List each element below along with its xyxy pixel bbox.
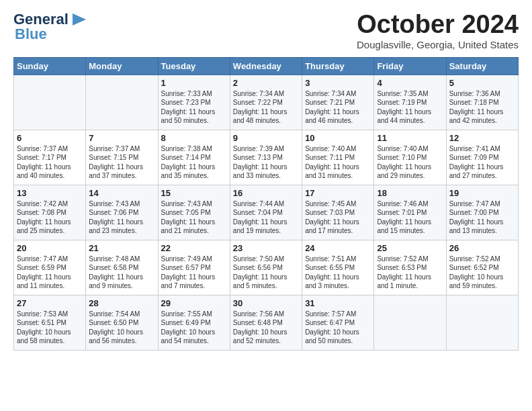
day-info: Sunrise: 7:46 AM Sunset: 7:01 PM Dayligh… [377,199,443,236]
col-header-sunday: Sunday [14,57,86,75]
week-row-3: 13Sunrise: 7:42 AM Sunset: 7:08 PM Dayli… [14,185,519,240]
day-info: Sunrise: 7:43 AM Sunset: 7:06 PM Dayligh… [89,199,154,236]
calendar-cell: 8Sunrise: 7:38 AM Sunset: 7:14 PM Daylig… [158,130,230,185]
day-number: 26 [449,243,515,253]
calendar-cell: 17Sunrise: 7:45 AM Sunset: 7:03 PM Dayli… [302,185,374,240]
calendar-cell [86,75,158,130]
day-info: Sunrise: 7:44 AM Sunset: 7:04 PM Dayligh… [233,199,299,236]
calendar-cell: 3Sunrise: 7:34 AM Sunset: 7:21 PM Daylig… [302,75,374,130]
calendar-cell: 15Sunrise: 7:43 AM Sunset: 7:05 PM Dayli… [158,185,230,240]
calendar-cell: 4Sunrise: 7:35 AM Sunset: 7:19 PM Daylig… [374,75,446,130]
week-row-5: 27Sunrise: 7:53 AM Sunset: 6:51 PM Dayli… [14,295,519,350]
calendar-cell: 29Sunrise: 7:55 AM Sunset: 6:49 PM Dayli… [158,295,230,350]
calendar-cell: 30Sunrise: 7:56 AM Sunset: 6:48 PM Dayli… [230,295,302,350]
calendar-cell: 5Sunrise: 7:36 AM Sunset: 7:18 PM Daylig… [446,75,518,130]
day-info: Sunrise: 7:43 AM Sunset: 7:05 PM Dayligh… [161,199,227,236]
day-info: Sunrise: 7:52 AM Sunset: 6:53 PM Dayligh… [377,255,443,291]
day-number: 20 [17,243,83,253]
calendar-cell: 10Sunrise: 7:40 AM Sunset: 7:11 PM Dayli… [302,130,374,185]
day-info: Sunrise: 7:51 AM Sunset: 6:55 PM Dayligh… [305,255,371,291]
day-info: Sunrise: 7:50 AM Sunset: 6:56 PM Dayligh… [233,255,299,291]
calendar-cell: 21Sunrise: 7:48 AM Sunset: 6:58 PM Dayli… [86,240,158,295]
page: General Blue October 2024 Douglasville, … [0,0,532,411]
calendar-cell: 18Sunrise: 7:46 AM Sunset: 7:01 PM Dayli… [374,185,446,240]
calendar-cell: 6Sunrise: 7:37 AM Sunset: 7:17 PM Daylig… [14,130,86,185]
day-info: Sunrise: 7:53 AM Sunset: 6:51 PM Dayligh… [17,310,83,346]
calendar-cell: 26Sunrise: 7:52 AM Sunset: 6:52 PM Dayli… [446,240,518,295]
day-number: 30 [233,298,299,308]
day-info: Sunrise: 7:40 AM Sunset: 7:11 PM Dayligh… [305,144,371,181]
day-number: 5 [449,78,515,88]
col-header-wednesday: Wednesday [230,57,302,75]
day-info: Sunrise: 7:47 AM Sunset: 6:59 PM Dayligh… [17,255,83,291]
day-info: Sunrise: 7:56 AM Sunset: 6:48 PM Dayligh… [233,310,299,346]
calendar-cell: 27Sunrise: 7:53 AM Sunset: 6:51 PM Dayli… [14,295,86,350]
day-number: 2 [233,78,299,88]
logo-icon [70,12,89,27]
day-number: 7 [89,133,154,143]
day-number: 11 [377,133,443,143]
day-number: 24 [305,243,371,253]
day-number: 23 [233,243,299,253]
calendar-cell: 9Sunrise: 7:39 AM Sunset: 7:13 PM Daylig… [230,130,302,185]
col-header-tuesday: Tuesday [158,57,230,75]
month-title: October 2024 [357,11,519,39]
calendar-cell [374,295,446,350]
day-info: Sunrise: 7:36 AM Sunset: 7:18 PM Dayligh… [449,89,515,126]
day-info: Sunrise: 7:34 AM Sunset: 7:21 PM Dayligh… [305,89,371,126]
col-header-monday: Monday [86,57,158,75]
week-row-2: 6Sunrise: 7:37 AM Sunset: 7:17 PM Daylig… [14,130,519,185]
day-info: Sunrise: 7:57 AM Sunset: 6:47 PM Dayligh… [305,310,371,346]
day-number: 27 [17,298,83,308]
calendar-cell: 22Sunrise: 7:49 AM Sunset: 6:57 PM Dayli… [158,240,230,295]
calendar-cell: 28Sunrise: 7:54 AM Sunset: 6:50 PM Dayli… [86,295,158,350]
svg-marker-0 [73,13,86,26]
day-info: Sunrise: 7:47 AM Sunset: 7:00 PM Dayligh… [449,199,515,236]
calendar-cell: 12Sunrise: 7:41 AM Sunset: 7:09 PM Dayli… [446,130,518,185]
logo-blue: Blue [15,26,47,43]
day-info: Sunrise: 7:52 AM Sunset: 6:52 PM Dayligh… [449,255,515,291]
calendar-cell: 16Sunrise: 7:44 AM Sunset: 7:04 PM Dayli… [230,185,302,240]
calendar-cell: 2Sunrise: 7:34 AM Sunset: 7:22 PM Daylig… [230,75,302,130]
day-number: 10 [305,133,371,143]
col-header-saturday: Saturday [446,57,518,75]
calendar-cell: 19Sunrise: 7:47 AM Sunset: 7:00 PM Dayli… [446,185,518,240]
day-info: Sunrise: 7:45 AM Sunset: 7:03 PM Dayligh… [305,199,371,236]
calendar-cell: 23Sunrise: 7:50 AM Sunset: 6:56 PM Dayli… [230,240,302,295]
day-number: 19 [449,188,515,198]
day-number: 22 [161,243,227,253]
calendar-table: SundayMondayTuesdayWednesdayThursdayFrid… [13,57,519,351]
day-number: 31 [305,298,371,308]
calendar-cell: 14Sunrise: 7:43 AM Sunset: 7:06 PM Dayli… [86,185,158,240]
day-info: Sunrise: 7:34 AM Sunset: 7:22 PM Dayligh… [233,89,299,126]
calendar-cell: 7Sunrise: 7:37 AM Sunset: 7:15 PM Daylig… [86,130,158,185]
day-number: 14 [89,188,154,198]
col-header-friday: Friday [374,57,446,75]
day-info: Sunrise: 7:49 AM Sunset: 6:57 PM Dayligh… [161,255,227,291]
calendar-cell [446,295,518,350]
day-number: 17 [305,188,371,198]
day-number: 18 [377,188,443,198]
day-info: Sunrise: 7:35 AM Sunset: 7:19 PM Dayligh… [377,89,443,126]
calendar-cell: 24Sunrise: 7:51 AM Sunset: 6:55 PM Dayli… [302,240,374,295]
day-info: Sunrise: 7:55 AM Sunset: 6:49 PM Dayligh… [161,310,227,346]
day-number: 13 [17,188,83,198]
day-number: 21 [89,243,154,253]
calendar-cell: 11Sunrise: 7:40 AM Sunset: 7:10 PM Dayli… [374,130,446,185]
col-header-thursday: Thursday [302,57,374,75]
title-block: October 2024 Douglasville, Georgia, Unit… [357,11,519,50]
day-number: 28 [89,298,154,308]
header: General Blue October 2024 Douglasville, … [13,11,519,50]
day-number: 25 [377,243,443,253]
calendar-cell [14,75,86,130]
week-row-4: 20Sunrise: 7:47 AM Sunset: 6:59 PM Dayli… [14,240,519,295]
day-number: 16 [233,188,299,198]
week-row-1: 1Sunrise: 7:33 AM Sunset: 7:23 PM Daylig… [14,75,519,130]
day-info: Sunrise: 7:54 AM Sunset: 6:50 PM Dayligh… [89,310,154,346]
day-number: 4 [377,78,443,88]
day-number: 6 [17,133,83,143]
calendar-cell: 31Sunrise: 7:57 AM Sunset: 6:47 PM Dayli… [302,295,374,350]
day-info: Sunrise: 7:41 AM Sunset: 7:09 PM Dayligh… [449,144,515,181]
day-number: 8 [161,133,227,143]
logo: General Blue [13,11,89,43]
